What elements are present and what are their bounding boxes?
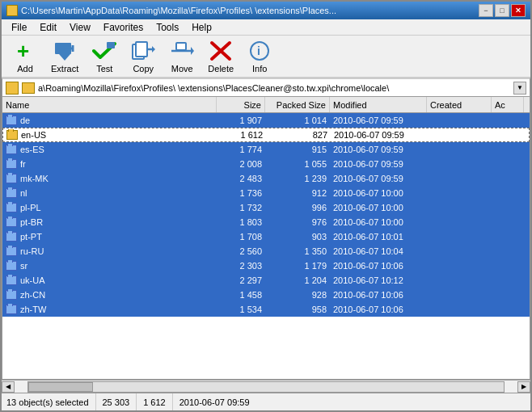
file-size-cell: 1 732: [217, 202, 265, 213]
address-folder-icon: [22, 82, 35, 94]
address-text[interactable]: a\Roaming\Mozilla\Firefox\Profiles\ \ext…: [38, 83, 510, 93]
menu-view[interactable]: View: [63, 20, 97, 35]
file-modified-cell: 2010-06-07 10:00: [330, 202, 427, 213]
file-name-cell: zh-TW: [2, 304, 217, 315]
scroll-left-button[interactable]: ◀: [2, 381, 15, 393]
file-name-cell: nl: [2, 187, 217, 199]
file-name: zh-CN: [20, 290, 45, 300]
menu-edit[interactable]: Edit: [33, 20, 63, 35]
column-header-size[interactable]: Size: [217, 97, 265, 112]
file-ac-cell: [492, 221, 524, 223]
file-ac-cell: [492, 207, 524, 208]
folder-icon: [6, 145, 17, 154]
file-modified-cell: 2010-06-07 10:04: [330, 246, 427, 257]
table-row[interactable]: pt-PT1 7089032010-06-07 10:01: [2, 229, 530, 244]
add-button[interactable]: + Add: [6, 36, 44, 77]
window-title: C:\Users\Martin\AppData\Roaming\Mozilla\…: [21, 6, 336, 15]
column-header-name[interactable]: Name: [2, 97, 217, 112]
file-name: es-ES: [20, 145, 44, 154]
test-button[interactable]: Test: [86, 36, 123, 77]
column-header-modified[interactable]: Modified: [330, 97, 427, 112]
table-row[interactable]: uk-UA2 2971 2042010-06-07 10:12: [2, 273, 530, 288]
extract-label: Extract: [51, 64, 78, 74]
file-modified-cell: 2010-06-07 10:06: [330, 304, 427, 315]
file-size-cell: 1 736: [217, 187, 265, 199]
file-size-cell: 1 803: [217, 217, 265, 228]
delete-button[interactable]: Delete: [202, 36, 239, 77]
copy-button[interactable]: Copy: [125, 36, 162, 77]
file-packed-cell: 1 239: [265, 173, 330, 184]
column-header-created[interactable]: Created: [427, 97, 492, 112]
file-packed-cell: 1 350: [265, 246, 330, 257]
svg-marker-2: [59, 54, 70, 61]
info-label: Info: [252, 64, 267, 74]
minimize-button[interactable]: −: [479, 4, 493, 17]
table-row[interactable]: pl-PL1 7329962010-06-07 10:00: [2, 200, 530, 215]
svg-rect-7: [136, 42, 147, 57]
file-ac-cell: [492, 236, 524, 238]
file-ac-cell: [492, 163, 524, 165]
file-ac-cell: [492, 120, 524, 121]
file-created-cell: [427, 149, 492, 150]
folder-icon: [6, 290, 17, 300]
table-row[interactable]: nl1 7369122010-06-07 10:00: [2, 186, 530, 200]
scroll-right-button[interactable]: ▶: [517, 381, 530, 393]
file-size-cell: 1 774: [217, 144, 265, 155]
file-name-cell: uk-UA: [2, 275, 217, 286]
file-name-cell: en-US: [3, 129, 217, 141]
file-list-container: Name Size Packed Size Modified Created A…: [2, 97, 530, 380]
delete-icon: [208, 40, 234, 62]
file-size-cell: 2 483: [217, 173, 265, 184]
file-packed-cell: 903: [265, 231, 330, 242]
file-size-cell: 1 534: [217, 304, 265, 315]
menu-file[interactable]: File: [5, 20, 33, 35]
file-modified-cell: 2010-06-07 10:12: [330, 275, 427, 286]
table-row[interactable]: es-ES1 7749152010-06-07 09:59: [2, 142, 530, 157]
table-row[interactable]: sr2 3031 1792010-06-07 10:06: [2, 259, 530, 273]
extract-button[interactable]: Extract: [45, 36, 84, 77]
menu-tools[interactable]: Tools: [150, 20, 185, 35]
file-created-cell: [427, 250, 492, 252]
column-header-packed[interactable]: Packed Size: [265, 97, 330, 112]
file-modified-cell: 2010-06-07 10:01: [330, 231, 427, 242]
file-created-cell: [427, 120, 492, 121]
file-created-cell: [427, 178, 492, 179]
close-button[interactable]: ✕: [511, 4, 526, 17]
horizontal-scrollbar[interactable]: [27, 381, 505, 393]
table-row[interactable]: fr2 0081 0552010-06-07 09:59: [2, 157, 530, 171]
status-objects: 13 object(s) selected: [6, 393, 96, 410]
table-row[interactable]: ru-RU2 5601 3502010-06-07 10:04: [2, 244, 530, 259]
maximize-button[interactable]: □: [495, 4, 509, 17]
info-button[interactable]: i Info: [241, 36, 278, 77]
file-modified-cell: 2010-06-07 09:59: [330, 173, 427, 184]
file-ac-cell: [492, 265, 524, 267]
menu-favorites[interactable]: Favorites: [97, 20, 150, 35]
table-row[interactable]: en-US1 6128272010-06-07 09:59: [2, 128, 530, 142]
table-row[interactable]: de1 9071 0142010-06-07 09:59: [2, 113, 530, 128]
column-header-ac[interactable]: Ac: [492, 97, 524, 112]
file-modified-cell: 2010-06-07 10:06: [330, 260, 427, 271]
file-packed-cell: 928: [265, 289, 330, 301]
folder-icon: [6, 275, 17, 285]
table-row[interactable]: zh-CN1 4589282010-06-07 10:06: [2, 288, 530, 302]
menu-help[interactable]: Help: [185, 20, 218, 35]
file-name: sr: [20, 261, 27, 271]
file-ac-cell: [492, 250, 524, 252]
table-row[interactable]: zh-TW1 5349582010-06-07 10:06: [2, 302, 530, 317]
file-list-body: de1 9071 0142010-06-07 09:59en-US1 61282…: [2, 113, 530, 379]
file-name: fr: [20, 159, 26, 169]
file-packed-cell: 1 014: [265, 115, 330, 126]
file-created-cell: [427, 221, 492, 223]
table-row[interactable]: mk-MK2 4831 2392010-06-07 09:59: [2, 171, 530, 186]
scrollbar-thumb[interactable]: [28, 382, 93, 392]
file-packed-cell: 996: [265, 202, 330, 213]
file-name: uk-UA: [20, 275, 45, 285]
address-dropdown-button[interactable]: ▼: [513, 82, 526, 95]
move-button[interactable]: Move: [163, 36, 201, 77]
folder-icon: [6, 116, 17, 125]
status-packed: 1 612: [137, 393, 173, 410]
status-modified: 2010-06-07 09:59: [173, 393, 256, 410]
add-icon: +: [12, 40, 38, 62]
toolbar: + Add Extract: [2, 36, 530, 78]
table-row[interactable]: pt-BR1 8039762010-06-07 10:00: [2, 215, 530, 229]
